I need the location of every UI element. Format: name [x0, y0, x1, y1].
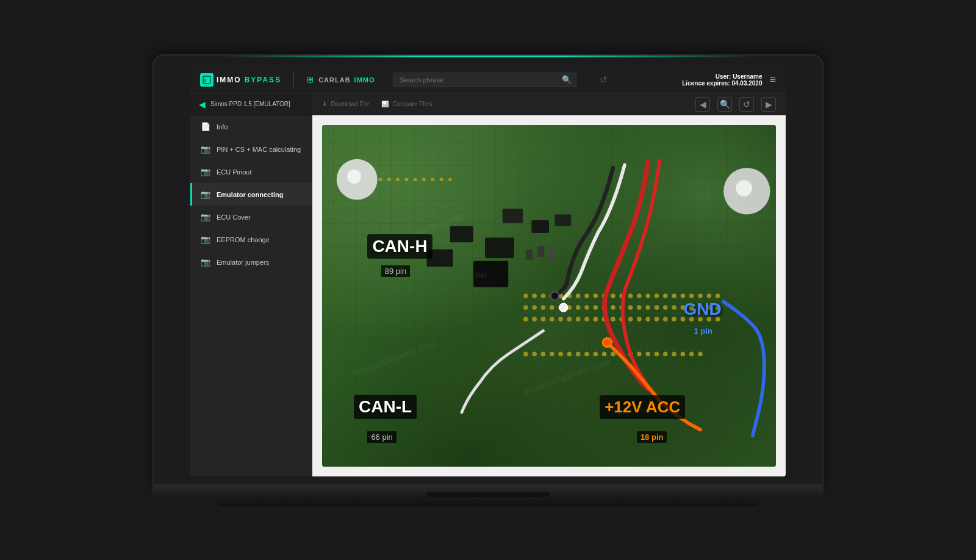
svg-point-112	[337, 159, 378, 200]
svg-rect-108	[537, 246, 544, 257]
12v-acc-label: +12V ACC	[600, 395, 685, 419]
svg-point-63	[576, 317, 581, 321]
info-icon: 📄	[201, 122, 210, 131]
top-bar-right: User: Username Licence expires: 04.03.20…	[682, 73, 776, 87]
camera-icon-1: 📷	[201, 145, 210, 154]
shield-icon: ⛨	[306, 75, 315, 85]
svg-point-7	[422, 178, 426, 181]
svg-point-39	[567, 305, 572, 310]
laptop-base	[152, 485, 824, 497]
svg-point-21	[611, 293, 615, 298]
sidebar-item-emulator-jumpers[interactable]: 📷 Emulator jumpers	[190, 251, 312, 273]
svg-point-69	[628, 317, 633, 321]
svg-point-60	[550, 317, 554, 321]
svg-point-3	[387, 178, 391, 181]
svg-point-44	[611, 305, 615, 310]
svg-point-98	[681, 352, 686, 357]
nav-right-button[interactable]: ▶	[761, 97, 776, 112]
content-area: ⬇ Download File 📊 Compare Files ◀ 🔍 ↺	[312, 93, 786, 476]
svg-point-86	[576, 352, 581, 357]
svg-point-22	[619, 293, 624, 298]
camera-icon-4: 📷	[201, 212, 210, 221]
svg-point-8	[431, 178, 434, 181]
svg-point-97	[672, 352, 676, 357]
svg-point-83	[550, 352, 554, 357]
user-info: User: Username Licence expires: 04.03.20…	[682, 73, 762, 87]
svg-point-27	[663, 293, 668, 298]
sidebar-item-label-eeprom: EEPROM change	[217, 236, 270, 243]
svg-point-89	[602, 352, 607, 357]
svg-point-34	[523, 305, 528, 310]
sidebar-item-info[interactable]: 📄 Info	[190, 115, 312, 138]
camera-icon-5: 📷	[201, 235, 210, 244]
sidebar-item-ecu-pinout[interactable]: 📷 ECU Pinout	[190, 160, 312, 183]
svg-point-94	[645, 352, 650, 357]
svg-point-45	[619, 305, 624, 310]
nav-refresh-button[interactable]: ↺	[739, 97, 754, 112]
svg-point-29	[681, 293, 686, 298]
svg-point-66	[602, 317, 607, 321]
svg-point-90	[611, 352, 615, 357]
download-icon: ⬇	[322, 101, 327, 107]
hamburger-icon[interactable]: ≡	[769, 73, 776, 86]
logo-bypass-text: BYPASS	[245, 76, 281, 84]
svg-point-37	[550, 305, 554, 310]
svg-point-57	[523, 317, 528, 321]
search-input[interactable]	[393, 73, 576, 87]
can-l-pin-label: 66 pin	[367, 431, 396, 443]
nav-zoom-button[interactable]: 🔍	[717, 97, 732, 112]
svg-point-58	[532, 317, 537, 321]
svg-point-59	[541, 317, 546, 321]
main-layout: ◀ Simos PPD 1.5 [EMULATOR] 📄 Info 📷 PIN …	[190, 93, 786, 476]
svg-point-31	[698, 293, 703, 298]
svg-point-12	[532, 293, 537, 298]
svg-point-82	[541, 352, 546, 357]
image-container: IC01	[312, 115, 786, 476]
svg-point-30	[689, 293, 694, 298]
svg-point-36	[541, 305, 546, 310]
sidebar-item-ecu-cover[interactable]: 📷 ECU Cover	[190, 206, 312, 228]
search-bar: 🔍	[393, 73, 576, 87]
svg-point-72	[655, 317, 659, 321]
download-label: Download File	[331, 101, 369, 107]
compare-files-button[interactable]: 📊 Compare Files	[381, 101, 432, 107]
svg-point-26	[655, 293, 659, 298]
sidebar-item-label-pin: PIN + CS + MAC calculating	[217, 146, 301, 153]
svg-point-91	[619, 352, 624, 357]
svg-point-42	[593, 305, 598, 310]
sidebar-item-emulator-connecting[interactable]: 📷 Emulator connecting	[190, 183, 312, 206]
12v-pin-label: 18 pin	[637, 431, 667, 443]
svg-point-100	[698, 352, 703, 357]
sidebar-header: ◀ Simos PPD 1.5 [EMULATOR]	[190, 93, 312, 115]
search-icon: 🔍	[562, 75, 572, 84]
svg-rect-110	[473, 261, 508, 287]
sidebar-item-label-ecu-pinout: ECU Pinout	[217, 168, 251, 176]
svg-point-49	[655, 305, 659, 310]
svg-point-23	[628, 293, 633, 298]
svg-point-81	[532, 352, 537, 357]
svg-point-11	[523, 293, 528, 298]
back-arrow-icon[interactable]: ◀	[199, 99, 206, 109]
svg-point-16	[567, 293, 572, 298]
sidebar-title: Simos PPD 1.5 [EMULATOR]	[210, 101, 290, 107]
download-file-button[interactable]: ⬇ Download File	[322, 101, 369, 107]
svg-point-80	[523, 352, 528, 357]
sidebar-item-pin-cs-mac[interactable]: 📷 PIN + CS + MAC calculating	[190, 138, 312, 160]
svg-point-68	[619, 317, 624, 321]
svg-point-51	[672, 305, 676, 310]
logo-immo-text: IMMO	[217, 76, 242, 84]
logo-icon: i	[200, 73, 214, 87]
svg-point-2	[379, 178, 382, 181]
carlab-label: CARLAB	[318, 76, 350, 84]
nav-left-button[interactable]: ◀	[695, 97, 710, 112]
immo-logo: i IMMO BYPASS	[200, 73, 281, 87]
svg-point-71	[645, 317, 650, 321]
svg-point-46	[628, 305, 633, 310]
can-h-pin-label: 89 pin	[381, 265, 410, 277]
sidebar-item-label-emulator: Emulator connecting	[217, 191, 283, 198]
svg-point-50	[663, 305, 668, 310]
username: Username	[733, 73, 762, 80]
history-icon[interactable]: ↺	[600, 74, 608, 85]
sidebar-item-eeprom[interactable]: 📷 EEPROM change	[190, 228, 312, 251]
svg-point-118	[603, 338, 612, 347]
